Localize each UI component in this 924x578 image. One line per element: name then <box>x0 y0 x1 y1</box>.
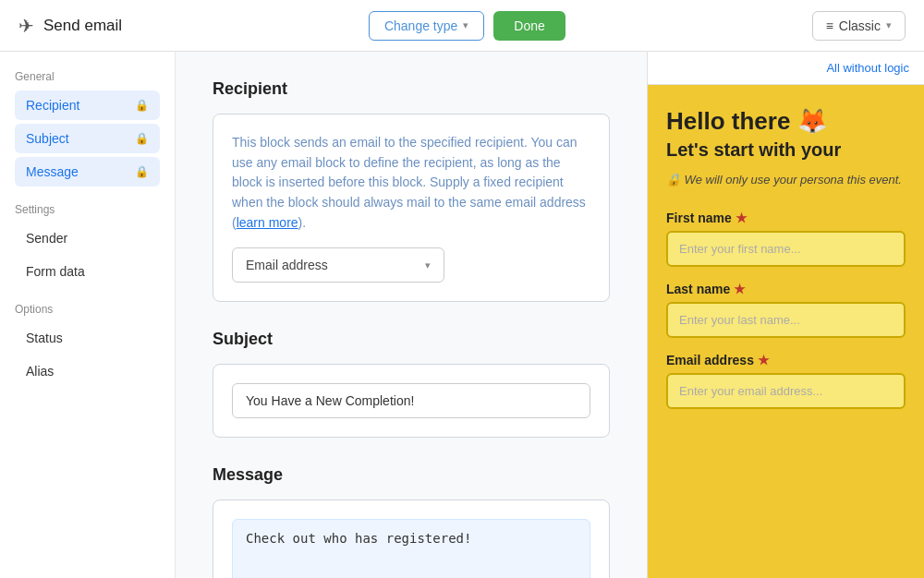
sidebar-alias-label: Alias <box>26 364 54 379</box>
header-left: ✈ Send email <box>18 15 122 37</box>
first-name-input: Enter your first name... <box>666 231 906 267</box>
sidebar-item-form-data[interactable]: Form data <box>15 257 160 286</box>
subject-card <box>213 364 610 438</box>
sidebar-status-label: Status <box>26 331 63 345</box>
message-textarea[interactable]: Check out who has registered! <box>232 519 590 578</box>
classic-button[interactable]: ≡ Classic ▾ <box>812 11 906 41</box>
email-label: Email address ★ <box>666 353 906 367</box>
dropdown-chevron-icon: ▾ <box>425 259 431 271</box>
message-section-title: Message <box>213 465 610 485</box>
sidebar-recipient-label: Recipient <box>26 98 79 113</box>
last-name-text: Last name <box>666 282 730 296</box>
options-section-label: Options <box>15 303 160 316</box>
email-required: ★ <box>758 353 770 367</box>
first-name-required: ★ <box>736 211 748 225</box>
settings-section-label: Settings <box>15 203 160 216</box>
sidebar-item-message[interactable]: Message 🔒 <box>15 157 160 187</box>
main-content: Recipient This block sends an email to t… <box>176 52 647 578</box>
preview-top-bar: All without logic <box>648 52 924 85</box>
preview-privacy: 🔒 We will only use your persona this eve… <box>666 172 906 188</box>
preview-panel: All without logic Hello there 🦊 Let's st… <box>647 52 924 578</box>
all-without-logic-label: All without logic <box>826 61 909 75</box>
first-name-label: First name ★ <box>666 211 906 225</box>
classic-label: Classic <box>839 18 881 33</box>
sidebar-subject-label: Subject <box>26 131 69 146</box>
email-input: Enter your email address... <box>666 373 906 409</box>
preview-subtitle: Let's start with your <box>666 139 906 161</box>
sidebar-item-recipient[interactable]: Recipient 🔒 <box>15 90 160 120</box>
classic-icon: ≡ <box>826 18 833 33</box>
lock-icon-subject: 🔒 <box>135 132 149 145</box>
sidebar-item-sender[interactable]: Sender <box>15 223 160 253</box>
sidebar-item-status[interactable]: Status <box>15 323 160 353</box>
lock-icon-recipient: 🔒 <box>135 99 149 112</box>
sidebar-item-subject[interactable]: Subject 🔒 <box>15 124 160 153</box>
last-name-label: Last name ★ <box>666 282 906 296</box>
lock-icon-message: 🔒 <box>135 165 149 178</box>
preview-hello: Hello there 🦊 <box>666 107 906 136</box>
sidebar-item-alias[interactable]: Alias <box>15 356 160 386</box>
subject-input[interactable] <box>232 383 590 418</box>
header: ✈ Send email Change type ▾ Done ≡ Classi… <box>0 0 924 52</box>
message-card: Check out who has registered! <box>213 500 610 578</box>
recipient-info-text: This block sends an email to the specifi… <box>232 133 590 233</box>
email-address-dropdown[interactable]: Email address ▾ <box>232 247 444 283</box>
preview-body: Hello there 🦊 Let's start with your 🔒 We… <box>648 85 924 446</box>
change-type-label: Change type <box>384 18 457 33</box>
chevron-down-icon-classic: ▾ <box>886 19 892 31</box>
general-section-label: General <box>15 70 160 83</box>
recipient-card: This block sends an email to the specifi… <box>213 114 610 302</box>
sidebar-message-label: Message <box>26 164 79 179</box>
done-button[interactable]: Done <box>493 11 565 41</box>
body-layout: General Recipient 🔒 Subject 🔒 Message 🔒 … <box>0 52 924 578</box>
recipient-section-title: Recipient <box>213 79 610 99</box>
chevron-down-icon: ▾ <box>463 19 468 31</box>
email-text: Email address <box>666 353 754 367</box>
sidebar-sender-label: Sender <box>26 231 67 246</box>
sidebar: General Recipient 🔒 Subject 🔒 Message 🔒 … <box>0 52 176 578</box>
last-name-input: Enter your last name... <box>666 302 906 338</box>
dropdown-placeholder: Email address <box>246 258 328 272</box>
recipient-info-suffix: ). <box>298 215 307 230</box>
sidebar-form-data-label: Form data <box>26 264 85 279</box>
learn-more-link[interactable]: learn more <box>237 215 298 230</box>
first-name-text: First name <box>666 211 732 225</box>
page-title: Send email <box>43 17 122 35</box>
send-email-icon: ✈ <box>18 15 34 37</box>
change-type-button[interactable]: Change type ▾ <box>369 11 484 41</box>
header-center: Change type ▾ Done <box>369 11 565 41</box>
subject-section-title: Subject <box>213 330 610 349</box>
last-name-required: ★ <box>734 282 746 296</box>
